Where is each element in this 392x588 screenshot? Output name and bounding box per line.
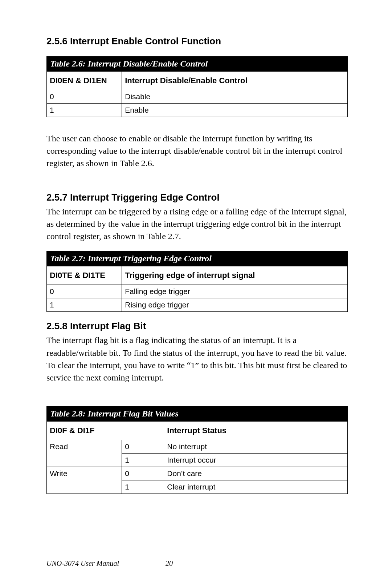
table-cell: Don’t care xyxy=(164,467,348,480)
table-cell: Falling edge trigger xyxy=(122,285,348,298)
table-row: Read 0 No interrupt xyxy=(47,440,348,453)
table-cell: 1 xyxy=(47,298,122,312)
table-row: DI0F & DI1F Interrupt Status xyxy=(47,421,348,440)
table-row: 1 Rising edge trigger xyxy=(47,298,348,312)
table-row: 1 Enable xyxy=(47,104,348,117)
page-footer: UNO-3074 User Manual 20 xyxy=(46,559,348,568)
table-cell: Interrupt occur xyxy=(164,453,348,467)
table-cell: 0 xyxy=(122,467,164,480)
table-cell: No interrupt xyxy=(164,440,348,453)
table-cell: Enable xyxy=(122,104,348,117)
heading-256: 2.5.6 Interrupt Enable Control Function xyxy=(46,36,348,47)
table-row: DI0EN & DI1EN Interrupt Disable/Enable C… xyxy=(47,72,348,90)
table-header: Interrupt Disable/Enable Control xyxy=(122,72,348,90)
table-cell: 0 xyxy=(122,440,164,453)
table-28: DI0F & DI1F Interrupt Status Read 0 No i… xyxy=(46,421,348,494)
table-caption-27: Table 2.7: Interrupt Triggering Edge Con… xyxy=(46,251,348,266)
table-cell: Clear interrupt xyxy=(164,480,348,494)
table-row: DI0TE & DI1TE Triggering edge of interru… xyxy=(47,266,348,285)
table-row: 1 Interrupt occur xyxy=(47,453,348,467)
table-row: Write 0 Don’t care xyxy=(47,467,348,480)
table-cell: Disable xyxy=(122,90,348,104)
table-row: 0 Disable xyxy=(47,90,348,104)
table-header: Triggering edge of interrupt signal xyxy=(122,266,348,285)
table-header: DI0F & DI1F xyxy=(47,421,164,440)
table-cell xyxy=(47,453,122,467)
table-cell: 1 xyxy=(122,453,164,467)
heading-257: 2.5.7 Interrupt Triggering Edge Control xyxy=(46,192,348,203)
table-caption-28: Table 2.8: Interrupt Flag Bit Values xyxy=(46,406,348,421)
body-text-258: The interrupt flag bit is a flag indicat… xyxy=(46,334,348,383)
table-cell: 0 xyxy=(47,285,122,298)
body-text-256: The user can choose to enable or disable… xyxy=(46,132,348,169)
heading-258: 2.5.8 Interrupt Flag Bit xyxy=(46,321,348,332)
table-header: DI0EN & DI1EN xyxy=(47,72,122,90)
footer-page-number: 20 xyxy=(166,559,173,568)
body-text-257: The interrupt can be triggered by a risi… xyxy=(46,205,348,242)
table-header: DI0TE & DI1TE xyxy=(47,266,122,285)
footer-title: UNO-3074 User Manual xyxy=(46,559,119,568)
table-26: DI0EN & DI1EN Interrupt Disable/Enable C… xyxy=(46,71,348,117)
table-header: Interrupt Status xyxy=(164,421,348,440)
table-cell: 1 xyxy=(122,480,164,494)
table-cell xyxy=(47,480,122,494)
table-cell: Write xyxy=(47,467,122,480)
table-row: 0 Falling edge trigger xyxy=(47,285,348,298)
table-caption-26: Table 2.6: Interrupt Disable/Enable Cont… xyxy=(46,56,348,71)
table-row: 1 Clear interrupt xyxy=(47,480,348,494)
table-cell: 1 xyxy=(47,104,122,117)
table-cell: Rising edge trigger xyxy=(122,298,348,312)
table-cell: 0 xyxy=(47,90,122,104)
table-27: DI0TE & DI1TE Triggering edge of interru… xyxy=(46,266,348,312)
table-cell: Read xyxy=(47,440,122,453)
